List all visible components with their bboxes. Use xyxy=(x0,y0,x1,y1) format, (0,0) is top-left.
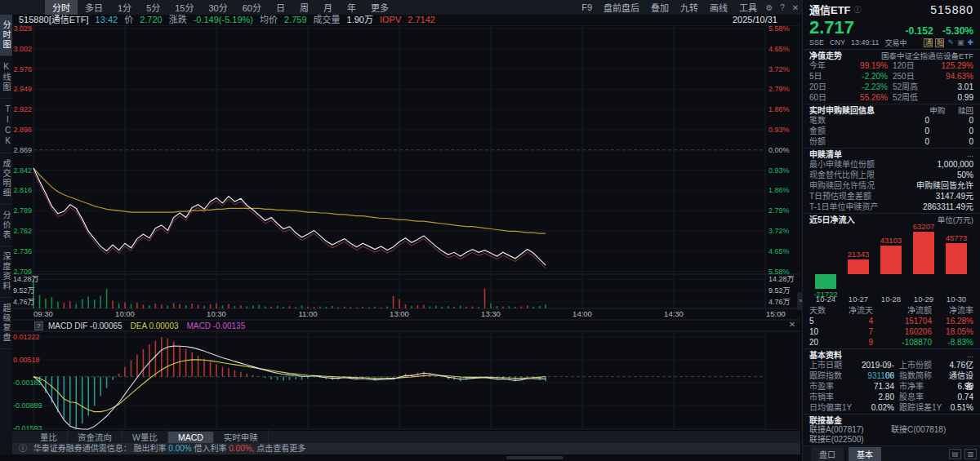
sidebar-item-分时图[interactable]: 分时图 xyxy=(0,15,12,56)
period-tab-分时[interactable]: 分时 xyxy=(45,0,78,15)
gear-icon[interactable]: ⚙ xyxy=(763,3,776,12)
margin-notice-bar[interactable]: ⓘ 华泰证券融券通供需信息： 融出利率 0.00% 借入利率 0.00%, 点击… xyxy=(12,443,800,454)
svg-text:14.28万: 14.28万 xyxy=(768,275,795,283)
svg-text:4.65%: 4.65% xyxy=(768,45,790,53)
period-tab-15分[interactable]: 15分 xyxy=(167,0,201,15)
close-icon[interactable]: ✕ xyxy=(789,3,802,12)
sidebar-item-K线图[interactable]: K线图 xyxy=(0,56,12,99)
info-segment: 价 xyxy=(124,15,133,24)
layout-icon[interactable]: ▣ xyxy=(957,38,964,47)
sidebar-item-分价表[interactable]: 分价表 xyxy=(0,205,12,246)
macd-header: ? MACD DIF -0.00065DEA 0.00003MACD -0.00… xyxy=(34,320,253,331)
basic-label: 市净率 xyxy=(899,381,943,392)
panel-tab-盘口[interactable]: 盘口 xyxy=(811,447,844,461)
list-value: 3147.49元 xyxy=(936,191,973,202)
period-tab-30分[interactable]: 30分 xyxy=(202,0,235,15)
help-icon[interactable]: ? xyxy=(776,3,789,12)
flow-cell: 9 xyxy=(837,337,873,348)
flow-bar xyxy=(913,232,934,274)
macd-help-icon[interactable]: ? xyxy=(34,321,43,330)
indicator-tab-实时申赎[interactable]: 实时申赎 xyxy=(214,430,269,444)
period-tabs: 分时多日1分5分15分30分60分日周月年更多 xyxy=(45,0,396,15)
flow-cell: 18.05% xyxy=(932,326,973,337)
sidebar-item-超级复盘[interactable]: 超级复盘 xyxy=(0,298,12,349)
indicator-tab-MACD[interactable]: MACD xyxy=(168,432,214,443)
period-toolbar: 分时多日1分5分15分30分60分日周月年更多 F9盘前盘后叠加九转画线工具⚙?… xyxy=(0,0,802,15)
rt-label: 金额 xyxy=(809,126,885,136)
svg-text:4.65%: 4.65% xyxy=(768,247,790,255)
svg-text:2.789: 2.789 xyxy=(13,206,32,215)
period-tab-月[interactable]: 月 xyxy=(316,0,340,15)
linked-fund[interactable]: 联接A(007817) xyxy=(809,425,891,435)
period-tab-日[interactable]: 日 xyxy=(269,0,292,15)
flow-bar-value: 45773 xyxy=(937,233,976,242)
nav-row: 今年99.19%120日125.29% xyxy=(803,60,980,71)
tool-工具[interactable]: 工具 xyxy=(733,0,763,15)
nav-value: 0.99 xyxy=(935,92,973,103)
svg-text:0.00518: 0.00518 xyxy=(13,356,40,364)
period-tab-1分[interactable]: 1分 xyxy=(110,0,139,15)
svg-text:2.79%: 2.79% xyxy=(768,85,790,93)
fund-full-name: 国泰中证全指通信设备ETF xyxy=(881,50,973,61)
period-tab-5分[interactable]: 5分 xyxy=(139,0,167,15)
svg-text:9.52万: 9.52万 xyxy=(768,286,791,295)
scrollbar-thumb[interactable] xyxy=(506,456,564,459)
linked-fund[interactable]: 联接C(007818) xyxy=(891,425,973,435)
svg-text:2.922: 2.922 xyxy=(13,105,32,113)
basic-value: 6.90 xyxy=(943,381,973,392)
indicator-tab-W量比[interactable]: W量比 xyxy=(122,430,168,444)
sidebar-item-TICK[interactable]: TICK xyxy=(0,99,12,153)
more-dots[interactable]: ... xyxy=(967,149,973,158)
rt-redeem-value: 0 xyxy=(929,115,973,126)
currency-label: CNY xyxy=(830,38,845,47)
tool-九转[interactable]: 九转 xyxy=(675,0,704,15)
pencil-icon[interactable]: ✎ xyxy=(947,38,954,47)
basic-row: 市销率2.80股息率0.74 xyxy=(803,392,980,402)
info-segment: 1.90万 xyxy=(347,15,373,24)
list-section-title: 申赎清单 xyxy=(809,148,842,160)
exchange-label: SSE xyxy=(809,38,824,47)
flow-cell: 4 xyxy=(837,316,873,326)
macd-close-icon[interactable]: ✕ xyxy=(786,319,798,330)
info-segment: 涨跌 xyxy=(169,15,187,24)
panel-bottom-tabs: 盘口基本▤▥ xyxy=(803,445,980,461)
basic-label: 日均偏离1Y xyxy=(809,402,857,413)
indicator-tab-量比[interactable]: 量比 xyxy=(30,430,68,444)
indicator-tabs: 量比资金流向W量比MACD实时申赎 xyxy=(12,430,800,443)
layout-grid-icon[interactable]: ▥ xyxy=(964,449,977,459)
list-row: 最小申赎单位份额1,000,000 xyxy=(803,159,980,170)
svg-text:2.949: 2.949 xyxy=(13,85,32,93)
panel-tab-基本[interactable]: 基本 xyxy=(849,447,881,461)
tool-盘前盘后[interactable]: 盘前盘后 xyxy=(598,0,645,15)
period-tab-更多[interactable]: 更多 xyxy=(363,0,396,15)
tool-画线[interactable]: 画线 xyxy=(704,0,733,15)
flow-col-header: 净流率 xyxy=(932,305,973,316)
period-tab-多日[interactable]: 多日 xyxy=(78,0,110,15)
period-tab-周[interactable]: 周 xyxy=(292,0,316,15)
flow-bar xyxy=(815,274,836,289)
plus-icon[interactable]: ✚ xyxy=(967,38,973,47)
quote-header: 通信ETF ⓘ 515880 2.717 -0.152 -5.30% SSE C… xyxy=(803,0,980,48)
flow-cell: 5 xyxy=(809,316,837,326)
sidebar-item-深度资料[interactable]: 深度资料 xyxy=(0,246,12,298)
sidebar-item-成交明细[interactable]: 成交明细 xyxy=(0,153,12,205)
period-tab-60分[interactable]: 60分 xyxy=(235,0,269,15)
svg-text:13:30: 13:30 xyxy=(481,309,501,318)
list-value: 50% xyxy=(957,170,973,180)
period-tab-年[interactable]: 年 xyxy=(340,0,363,15)
indicator-tab-资金流向[interactable]: 资金流向 xyxy=(68,430,122,444)
tool-叠加[interactable]: 叠加 xyxy=(645,0,675,15)
svg-text:3.002: 3.002 xyxy=(13,45,32,53)
intraday-chart[interactable]: 3.0293.0022.9762.9492.9222.8962.8692.842… xyxy=(12,25,800,431)
info-segment: 均价 xyxy=(260,15,278,24)
macd-value: DEA 0.00003 xyxy=(131,321,179,330)
layout-list-icon[interactable]: ▤ xyxy=(949,449,961,459)
basic-more-dots[interactable]: ... xyxy=(967,350,973,359)
info-icon[interactable]: ⓘ xyxy=(854,4,862,15)
flows-section-title: 近5日净流入 xyxy=(809,213,855,225)
market-status: 交易中 xyxy=(884,38,906,48)
linked-fund[interactable]: 联接E(022500) xyxy=(809,435,891,445)
tool-F9[interactable]: F9 xyxy=(576,2,598,13)
flow-col-header: 天数 xyxy=(809,305,837,316)
nav-row: 20日-2.23%52周高3.01 xyxy=(803,82,980,92)
